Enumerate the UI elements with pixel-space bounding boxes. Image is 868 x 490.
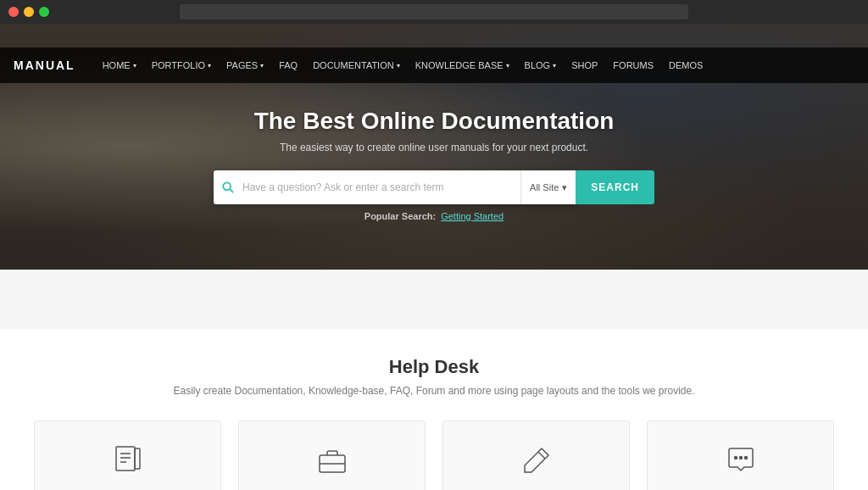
- chevron-down-icon: ▾: [208, 62, 211, 70]
- address-bar[interactable]: [180, 4, 688, 19]
- search-input[interactable]: [242, 181, 520, 193]
- popular-label: Popular Search:: [364, 211, 436, 221]
- nav-item-knowledge-base[interactable]: KNOWLEDGE BASE ▾: [409, 60, 516, 70]
- nav-item-portfolio[interactable]: PORTFOLIO ▾: [145, 60, 218, 70]
- nav-item-forums[interactable]: FORUMS: [606, 60, 660, 70]
- navbar: MANUAL HOME ▾ PORTFOLIO ▾ PAGES ▾: [0, 47, 868, 83]
- svg-point-0: [223, 182, 231, 190]
- search-bar: All Site ▾: [214, 170, 576, 204]
- svg-line-9: [538, 452, 545, 459]
- nav-items: HOME ▾ PORTFOLIO ▾ PAGES ▾ FAQ: [96, 60, 854, 70]
- window-chrome: [0, 0, 868, 24]
- nav-item-home[interactable]: HOME ▾: [96, 60, 143, 70]
- search-icon: [214, 181, 242, 193]
- nav-item-shop[interactable]: SHOP: [565, 60, 604, 70]
- card-documentation: Documentation Proin dictum lobortis just…: [238, 420, 426, 490]
- nav-item-documentation[interactable]: DOCUMENTATION ▾: [306, 60, 407, 70]
- book-icon: [109, 442, 147, 484]
- maximize-dot[interactable]: [39, 7, 49, 17]
- minimize-dot[interactable]: [24, 7, 34, 17]
- site-filter-dropdown[interactable]: All Site ▾: [520, 170, 576, 204]
- card-knowledge-base: knowledge Base Proin dictum lobortis jus…: [34, 420, 221, 490]
- nav-item-demos[interactable]: DEMOS: [662, 60, 709, 70]
- helpdesk-section: Help Desk Easily create Documentation, K…: [0, 329, 868, 490]
- cards-grid: knowledge Base Proin dictum lobortis jus…: [34, 420, 834, 490]
- svg-line-1: [230, 189, 233, 192]
- svg-point-12: [744, 457, 747, 459]
- chevron-down-icon: ▾: [397, 62, 400, 70]
- nav-item-faq[interactable]: FAQ: [272, 60, 304, 70]
- card-faq: FAQ Proin dictum lobortis justo at preti…: [442, 420, 630, 490]
- chevron-down-icon: ▾: [506, 62, 509, 70]
- hero-title: The Best Online Documentation: [254, 108, 615, 135]
- chat-icon: [722, 442, 760, 484]
- close-dot[interactable]: [8, 7, 19, 17]
- nav-item-blog[interactable]: BLOG ▾: [518, 60, 564, 70]
- svg-rect-6: [135, 448, 140, 469]
- popular-link-getting-started[interactable]: Getting Started: [441, 211, 504, 221]
- hero-subtitle: The easiest way to create online user ma…: [280, 142, 588, 153]
- pencil-icon: [518, 442, 555, 484]
- chevron-down-icon: ▾: [562, 182, 567, 193]
- chevron-down-icon: ▾: [260, 62, 264, 70]
- briefcase-icon: [314, 442, 351, 484]
- svg-rect-2: [116, 447, 135, 471]
- helpdesk-subtitle: Easily create Documentation, Knowledge-b…: [34, 385, 834, 397]
- chevron-down-icon: ▾: [553, 62, 556, 70]
- site-logo: MANUAL: [14, 58, 75, 72]
- card-forum: Forum Proin dictum lobortis justo at pre…: [647, 420, 834, 490]
- svg-point-11: [739, 457, 742, 459]
- popular-search: Popular Search: Getting Started: [364, 211, 504, 221]
- nav-item-pages[interactable]: PAGES ▾: [220, 60, 270, 70]
- hero-section: MANUAL HOME ▾ PORTFOLIO ▾ PAGES ▾: [0, 24, 868, 270]
- chevron-down-icon: ▾: [133, 62, 136, 70]
- search-button[interactable]: SEARCH: [576, 170, 654, 204]
- svg-point-10: [734, 457, 737, 459]
- helpdesk-title: Help Desk: [34, 356, 834, 378]
